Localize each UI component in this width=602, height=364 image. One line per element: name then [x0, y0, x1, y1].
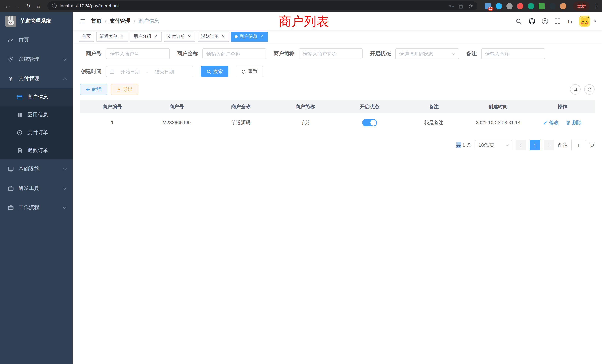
- bookmark-star-icon[interactable]: ☆: [468, 3, 473, 9]
- reload-icon[interactable]: ↻: [24, 0, 33, 12]
- date-range-picker[interactable]: -: [106, 66, 194, 77]
- column-header: 商户编号: [80, 103, 144, 110]
- hamburger-icon[interactable]: [79, 18, 85, 24]
- cell-actions: 修改 删除: [530, 119, 595, 126]
- close-icon[interactable]: ×: [187, 34, 192, 39]
- extension-icon[interactable]: [517, 3, 523, 9]
- delete-link[interactable]: 删除: [566, 119, 582, 126]
- grid-icon: [16, 112, 23, 118]
- reset-button[interactable]: 重置: [236, 66, 263, 77]
- merchant-no-input[interactable]: [106, 48, 170, 59]
- yen-icon: ¥: [7, 75, 14, 82]
- avatar[interactable]: [579, 16, 590, 27]
- briefcase-icon: [7, 205, 14, 211]
- extensions-area: 10: [482, 3, 569, 9]
- tab-label: 支付订单: [167, 33, 185, 40]
- short-name-input[interactable]: [299, 48, 363, 59]
- home-icon[interactable]: ⌂: [34, 0, 43, 12]
- logo[interactable]: 芋道管理系统: [0, 12, 73, 30]
- close-icon[interactable]: ×: [153, 34, 158, 39]
- font-size-icon[interactable]: TT: [567, 18, 572, 24]
- extension-icon[interactable]: [539, 3, 545, 9]
- page-number-button[interactable]: 1: [530, 140, 540, 150]
- browser-menu-icon[interactable]: ⋮: [593, 3, 599, 9]
- export-button[interactable]: 导出: [111, 84, 138, 95]
- sidebar-item-refund-order[interactable]: 退款订单: [0, 142, 73, 159]
- sidebar-item-label: 应用信息: [27, 112, 73, 118]
- tab-label: 用户分组: [133, 33, 151, 40]
- breadcrumb-item[interactable]: 首页: [91, 18, 102, 24]
- back-icon[interactable]: ←: [3, 0, 12, 12]
- remark-input[interactable]: [481, 48, 545, 59]
- sidebar-item-label: 退款订单: [27, 147, 73, 154]
- status-toggle[interactable]: [362, 119, 377, 126]
- screen: ← → ↻ ⌂ ⓘ localhost:1024/pay/merchant ☆ …: [0, 0, 602, 364]
- extension-icon[interactable]: [549, 3, 556, 9]
- extension-icon[interactable]: [528, 3, 534, 9]
- add-button[interactable]: 新增: [80, 84, 107, 95]
- sidebar-item-home[interactable]: 首页: [0, 30, 73, 50]
- page-size-value: 10条/页: [479, 142, 494, 149]
- status-select-input[interactable]: [395, 48, 459, 59]
- prev-page-button[interactable]: [516, 140, 526, 150]
- search-icon[interactable]: [516, 18, 522, 24]
- tab-merchant-info[interactable]: 商户信息 ×: [231, 32, 268, 41]
- share-icon[interactable]: [458, 3, 464, 9]
- tab-home[interactable]: 首页: [79, 32, 94, 41]
- close-icon[interactable]: ×: [221, 34, 226, 39]
- tab-refund-order[interactable]: 退款订单 ×: [198, 32, 229, 41]
- extension-icon[interactable]: [506, 3, 513, 9]
- sidebar-item-app-info[interactable]: 应用信息: [0, 106, 73, 124]
- breadcrumb-item[interactable]: 支付管理: [110, 18, 130, 24]
- password-key-icon[interactable]: [448, 3, 454, 9]
- sidebar-item-pay-order[interactable]: 支付订单: [0, 124, 73, 142]
- column-header: 创建时间: [466, 103, 530, 110]
- filter-label: 创建时间: [80, 68, 102, 75]
- status-select[interactable]: [395, 48, 459, 59]
- filter-label: 商户简称: [274, 50, 294, 57]
- page-size-select[interactable]: 10条/页: [475, 140, 512, 150]
- cell-short-name: 芋艿: [273, 119, 337, 126]
- column-header: 操作: [530, 103, 595, 110]
- close-icon[interactable]: ×: [119, 34, 125, 39]
- start-date-input[interactable]: [116, 69, 144, 74]
- caret-down-icon[interactable]: ▾: [594, 19, 596, 23]
- sidebar-item-merchant-info[interactable]: 商户信息: [0, 88, 73, 106]
- sidebar-item-dev-tools[interactable]: 研发工具: [0, 179, 73, 198]
- column-header: 备注: [402, 103, 466, 110]
- next-page-button[interactable]: [544, 140, 554, 150]
- extension-icon[interactable]: [560, 3, 566, 9]
- end-date-input[interactable]: [150, 69, 179, 74]
- toggle-search-button[interactable]: [570, 84, 580, 95]
- full-name-input[interactable]: [202, 48, 266, 59]
- filter-label: 开启状态: [370, 50, 391, 57]
- tab-pay-order[interactable]: 支付订单 ×: [164, 32, 195, 41]
- address-bar[interactable]: ⓘ localhost:1024/pay/merchant ☆: [47, 1, 477, 10]
- browser-update-button[interactable]: 更新: [573, 1, 589, 11]
- edit-link[interactable]: 修改: [543, 119, 559, 126]
- cell-status: [337, 119, 402, 126]
- tab-process-form[interactable]: 流程表单 ×: [96, 32, 128, 41]
- extension-icon[interactable]: [496, 3, 502, 9]
- forward-icon[interactable]: →: [13, 0, 22, 12]
- github-icon[interactable]: [529, 18, 535, 24]
- help-icon[interactable]: ?: [542, 18, 548, 24]
- search-button[interactable]: 搜索: [201, 66, 228, 77]
- close-icon[interactable]: ×: [259, 34, 264, 39]
- refresh-button[interactable]: [584, 84, 595, 95]
- dashboard-icon: [7, 37, 14, 43]
- filter-row-2: 创建时间 - 搜索: [80, 66, 595, 77]
- goto-page-input[interactable]: [571, 140, 586, 150]
- edit-label: 修改: [549, 119, 559, 126]
- sidebar-item-infrastructure[interactable]: 基础设施: [0, 159, 73, 179]
- add-button-label: 新增: [92, 86, 102, 93]
- fullscreen-icon[interactable]: [555, 18, 560, 24]
- tab-user-group[interactable]: 用户分组 ×: [130, 32, 162, 41]
- filter-merchant-no: 商户号: [80, 48, 170, 59]
- merchant-table: 商户编号 商户号 商户全称 商户简称 开启状态 备注 创建时间 操作 1 M23…: [80, 100, 595, 132]
- site-info-icon[interactable]: ⓘ: [52, 3, 57, 9]
- extension-icon[interactable]: 10: [485, 3, 491, 9]
- sidebar-item-workflow[interactable]: 工作流程: [0, 198, 73, 217]
- sidebar-item-payment[interactable]: ¥ 支付管理: [0, 69, 73, 88]
- sidebar-item-system[interactable]: 系统管理: [0, 50, 73, 69]
